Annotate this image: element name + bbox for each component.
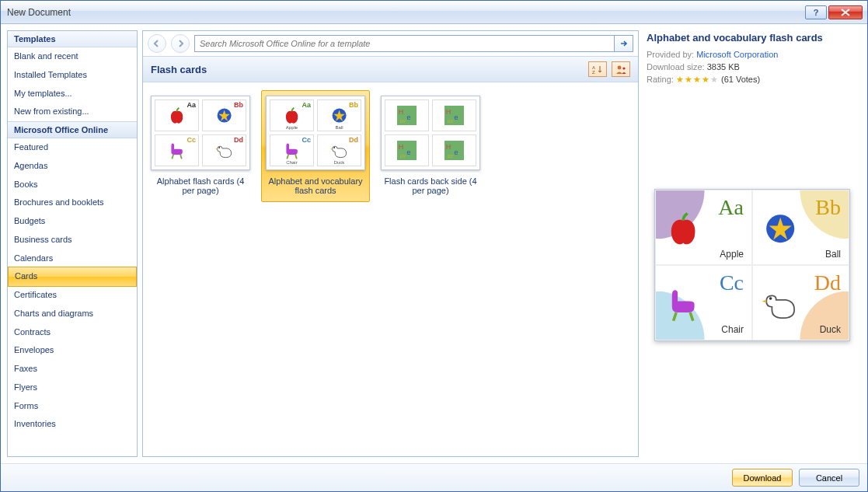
svg-point-5 (218, 147, 220, 148)
sidebar-item[interactable]: Charts and diagrams (8, 305, 137, 323)
svg-text:H: H (446, 108, 451, 116)
close-button[interactable] (828, 5, 863, 19)
svg-point-7 (333, 147, 335, 148)
template-card[interactable]: AaBbCcDdAlphabet flash cards (4 per page… (146, 90, 255, 202)
svg-text:e: e (455, 113, 458, 121)
svg-text:e: e (407, 148, 411, 156)
svg-text:Z: Z (592, 70, 595, 74)
template-label: Alphabet and vocabulary flash cards (265, 176, 366, 195)
svg-text:uv: uv (400, 117, 406, 124)
sidebar-item[interactable]: Contracts (8, 323, 137, 342)
sidebar-item[interactable]: Books (8, 176, 137, 194)
customer-submitted-button[interactable] (612, 61, 630, 77)
details-title: Alphabet and vocabulary flash cards (647, 32, 858, 44)
sidebar-section-online[interactable]: Microsoft Office Online (8, 121, 137, 138)
search-go-button[interactable] (615, 35, 633, 52)
dialog-footer: Download Cancel (1, 463, 867, 491)
svg-text:uv: uv (448, 152, 454, 159)
sidebar-item[interactable]: Flyers (8, 379, 137, 397)
template-label: Flash cards back side (4 per page) (380, 176, 481, 195)
search-input[interactable] (194, 35, 615, 52)
svg-text:uv: uv (400, 152, 406, 159)
window-title: New Document (5, 7, 804, 18)
arrow-left-icon (152, 39, 162, 48)
sidebar-item[interactable]: Certificates (8, 286, 137, 305)
template-sidebar: Templates Blank and recentInstalled Temp… (7, 30, 138, 457)
cancel-button[interactable]: Cancel (799, 469, 859, 487)
title-bar: New Document ? (1, 1, 867, 24)
svg-text:e: e (407, 113, 411, 121)
download-button[interactable]: Download (732, 469, 793, 487)
sidebar-header: Templates (8, 31, 137, 47)
nav-forward-button[interactable] (171, 34, 190, 53)
template-label: Alphabet flash cards (4 per page) (150, 176, 251, 195)
template-gallery-pane: Flash cards AZ (142, 30, 639, 457)
star-rating: ★★★★★ (676, 75, 719, 84)
svg-text:H: H (399, 143, 404, 151)
sidebar-item[interactable]: Cards (8, 267, 137, 287)
category-name: Flash cards (151, 64, 207, 75)
sidebar-item[interactable]: Brochures and booklets (8, 194, 137, 212)
sidebar-item[interactable]: Envelopes (8, 341, 137, 360)
new-document-dialog: New Document ? Templates Blank and recen… (0, 0, 868, 492)
svg-text:H: H (446, 143, 451, 151)
sort-az-icon: AZ (592, 65, 603, 74)
svg-point-3 (622, 67, 625, 69)
arrow-right-icon (619, 39, 629, 48)
nav-back-button[interactable] (148, 34, 166, 53)
provided-by-row: Provided by: Microsoft Corporation (647, 50, 858, 59)
category-header: Flash cards AZ (143, 56, 638, 82)
preview-cell: DdDuck (752, 265, 849, 340)
sidebar-item[interactable]: Inventories (8, 415, 137, 434)
sidebar-item[interactable]: Faxes (8, 360, 137, 379)
rating-row: Rating: ★★★★★ (61 Votes) (647, 75, 858, 85)
person-icon (615, 65, 626, 74)
help-button[interactable]: ? (805, 5, 827, 19)
template-preview: AaAppleBbBallCcChairDdDuck (654, 189, 850, 341)
svg-point-25 (769, 297, 772, 300)
svg-text:uv: uv (448, 117, 454, 124)
sidebar-item[interactable]: Business cards (8, 231, 137, 249)
sidebar-item[interactable]: Calendars (8, 249, 137, 268)
sidebar-item[interactable]: Budgets (8, 212, 137, 231)
preview-cell: AaApple (655, 190, 752, 265)
sidebar-item[interactable]: Blank and recent (8, 47, 137, 66)
template-card[interactable]: HeuvHeuvHeuvHeuvFlash cards back side (4… (376, 90, 485, 202)
sidebar-item[interactable]: Installed Templates (8, 66, 137, 85)
sidebar-item[interactable]: New from existing... (8, 103, 137, 121)
preview-cell: CcChair (655, 265, 752, 340)
svg-text:e: e (455, 148, 458, 156)
sidebar-item[interactable]: My templates... (8, 85, 137, 103)
details-pane: Alphabet and vocabulary flash cards Prov… (643, 30, 861, 457)
sidebar-item[interactable]: Forms (8, 397, 137, 416)
svg-point-2 (618, 66, 622, 70)
template-card[interactable]: AaAppleBbBallCcChairDdDuckAlphabet and v… (261, 90, 370, 202)
sidebar-item[interactable]: Agendas (8, 157, 137, 176)
download-size-row: Download size: 3835 KB (647, 62, 858, 72)
sidebar-item[interactable]: Featured (8, 138, 137, 157)
arrow-right-icon (176, 39, 185, 48)
preview-cell: BbBall (752, 190, 849, 265)
svg-text:H: H (399, 108, 404, 116)
provided-by-link[interactable]: Microsoft Corporation (696, 50, 778, 59)
sort-button[interactable]: AZ (588, 61, 607, 77)
